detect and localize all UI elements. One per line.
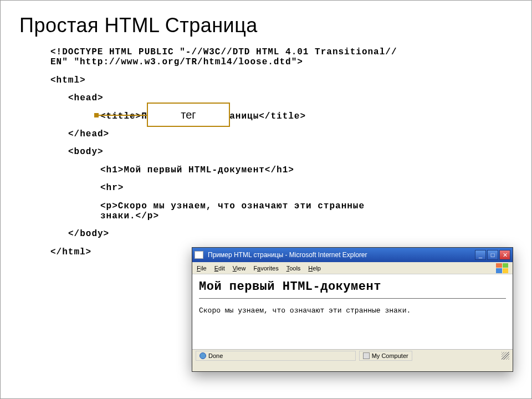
menu-favorites[interactable]: Favorites xyxy=(253,265,278,272)
code-block: <!DOCTYPE HTML PUBLIC "-//W3C//DTD HTML … xyxy=(50,47,515,257)
page-h1: Мой первый HTML-документ xyxy=(199,280,506,294)
slide: Простая HTML Страница <!DOCTYPE HTML PUB… xyxy=(0,0,532,399)
page-icon xyxy=(195,251,203,259)
code-p: <p>Скоро мы узнаем, что означают эти стр… xyxy=(100,201,515,222)
browser-titlebar[interactable]: Пример HTML страницы - Microsoft Interne… xyxy=(192,248,513,262)
code-html-open: <html> xyxy=(50,75,515,85)
menu-view[interactable]: View xyxy=(233,265,246,272)
code-h1: <h1>Мой первый HTML-документ</h1> xyxy=(100,165,515,175)
browser-window: Пример HTML страницы - Microsoft Interne… xyxy=(192,247,513,372)
callout-pointer xyxy=(96,115,147,116)
status-done: Done xyxy=(196,351,356,361)
browser-content: Мой первый HTML-документ Скоро мы узнаем… xyxy=(192,274,513,349)
code-doctype: <!DOCTYPE HTML PUBLIC "-//W3C//DTD HTML … xyxy=(50,47,515,68)
page-paragraph: Скоро мы узнаем, что означают эти странн… xyxy=(199,306,506,315)
code-head-close: </head> xyxy=(68,129,515,139)
browser-statusbar: Done My Computer xyxy=(192,349,513,361)
windows-logo-icon xyxy=(496,263,508,273)
callout-label: тег xyxy=(181,109,196,121)
callout: тег xyxy=(147,103,230,127)
browser-menubar: File Edit View Favorites Tools Help xyxy=(192,262,513,274)
menu-edit[interactable]: Edit xyxy=(214,265,225,272)
status-location: My Computer xyxy=(359,351,412,361)
slide-title: Простая HTML Страница xyxy=(19,14,515,37)
computer-icon xyxy=(363,352,370,359)
callout-box: тег xyxy=(147,103,230,127)
code-head-open: <head> xyxy=(68,93,515,103)
minimize-button[interactable]: _ xyxy=(475,250,486,260)
close-button[interactable]: ✕ xyxy=(499,250,510,260)
menu-file[interactable]: File xyxy=(197,265,207,272)
done-icon xyxy=(200,352,206,359)
maximize-button[interactable]: □ xyxy=(487,250,498,260)
page-hr xyxy=(199,298,506,299)
browser-title: Пример HTML страницы - Microsoft Interne… xyxy=(208,251,367,259)
menu-tools[interactable]: Tools xyxy=(287,265,301,272)
code-body-open: <body> xyxy=(68,147,515,157)
resize-grip-icon[interactable] xyxy=(502,352,509,360)
code-hr: <hr> xyxy=(100,183,515,193)
code-body-close: </body> xyxy=(68,229,515,239)
menu-help[interactable]: Help xyxy=(308,265,321,272)
